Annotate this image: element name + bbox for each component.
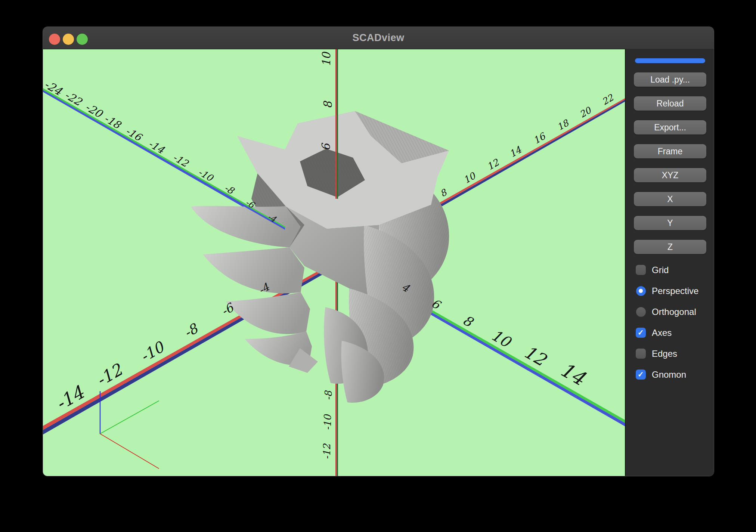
viewport-3d[interactable]: -14-12-10-8-6-4810121416182022-24-22-20-… <box>43 49 625 476</box>
checkbox-axes[interactable]: ✓ <box>636 328 646 338</box>
y-axis-tick--14: -14 <box>146 137 167 156</box>
checkbox-grid[interactable] <box>636 265 646 275</box>
zoom-button[interactable] <box>77 34 88 45</box>
toggle-label-grid: Grid <box>652 265 669 275</box>
toggle-label-edges: Edges <box>652 349 677 359</box>
traffic-lights <box>49 34 88 45</box>
z-axis-tick-10: 10 <box>320 51 333 66</box>
close-button[interactable] <box>49 34 60 45</box>
checkmark-icon: ✓ <box>636 328 646 338</box>
y-axis-tick--22: -22 <box>62 89 84 109</box>
checkbox-gnomon[interactable]: ✓ <box>636 369 646 380</box>
gnomon <box>100 392 159 468</box>
button-xyz[interactable]: XYZ <box>634 168 706 182</box>
control-sidebar: Load .py...ReloadExport...FrameXYZXYZ Gr… <box>625 49 714 476</box>
toggle-row-perspective: Perspective <box>636 286 706 296</box>
title-bar[interactable]: SCADview <box>43 27 714 49</box>
checkmark-icon: ✓ <box>636 369 646 380</box>
button-y[interactable]: Y <box>634 216 706 230</box>
viewport-canvas[interactable]: -14-12-10-8-6-4810121416182022-24-22-20-… <box>43 49 625 476</box>
z-axis-tick-8: 8 <box>321 100 334 109</box>
checkbox-edges[interactable] <box>636 349 646 359</box>
toggle-row-grid: Grid <box>636 265 706 275</box>
button-reload[interactable]: Reload <box>634 96 706 111</box>
sidebar-toggles: GridPerspectiveOrthogonal✓AxesEdges✓Gnom… <box>636 265 706 380</box>
radio-orthogonal[interactable] <box>636 307 646 317</box>
radio-perspective[interactable] <box>636 286 646 296</box>
y-axis-tick--24: -24 <box>43 78 65 98</box>
z-axis-tick--12: -12 <box>321 443 332 460</box>
toggle-label-orthogonal: Orthogonal <box>652 307 696 317</box>
z-axis-line-front <box>335 49 338 199</box>
button-z[interactable]: Z <box>634 240 706 254</box>
z-axis-tick--10: -10 <box>322 414 333 430</box>
toggle-row-orthogonal: Orthogonal <box>636 307 706 317</box>
toggle-label-gnomon: Gnomon <box>652 369 686 380</box>
y-axis-tick--16: -16 <box>124 125 145 143</box>
z-axis-tick--8: -8 <box>323 390 334 400</box>
toggle-row-axes: ✓Axes <box>636 328 706 338</box>
model-twisted-star <box>191 111 449 403</box>
x-axis-tick--8: -8 <box>181 320 201 341</box>
toggle-row-edges: Edges <box>636 349 706 359</box>
button-load-py[interactable]: Load .py... <box>634 72 706 87</box>
x-axis-tick-8: 8 <box>438 187 449 199</box>
button-frame[interactable]: Frame <box>634 144 706 158</box>
minimize-button[interactable] <box>63 34 74 45</box>
z-axis-tick-6: 6 <box>319 143 332 151</box>
app-window: SCADview <box>43 27 714 476</box>
window-title: SCADview <box>43 27 714 49</box>
button-x[interactable]: X <box>634 192 706 206</box>
sidebar-buttons: Load .py...ReloadExport...FrameXYZXYZ <box>634 72 706 254</box>
progress-bar <box>635 58 705 63</box>
y-axis-tick--18: -18 <box>102 112 123 132</box>
window-content: -14-12-10-8-6-4810121416182022-24-22-20-… <box>43 49 714 476</box>
toggle-row-gnomon: ✓Gnomon <box>636 369 706 380</box>
button-export[interactable]: Export... <box>634 120 706 134</box>
toggle-label-perspective: Perspective <box>652 286 698 296</box>
y-axis-tick--20: -20 <box>83 100 105 121</box>
toggle-label-axes: Axes <box>652 328 672 338</box>
radio-dot <box>639 289 643 293</box>
